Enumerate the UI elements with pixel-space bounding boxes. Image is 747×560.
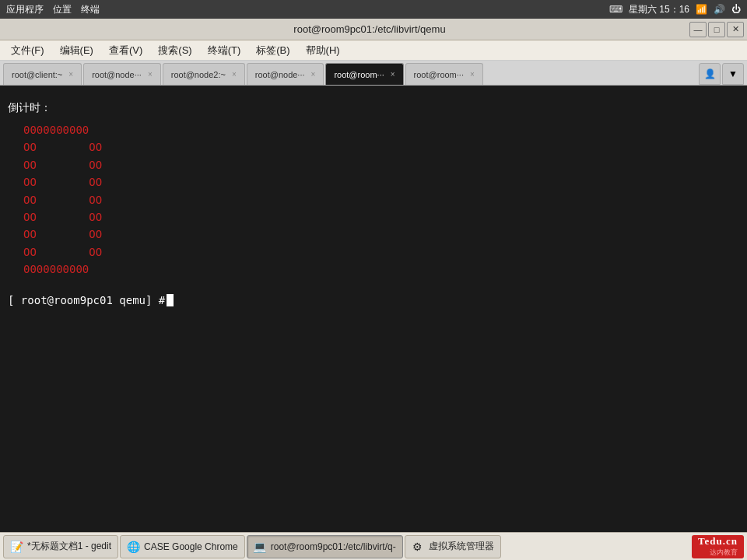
tab-bar: root@client:~×root@node···×root@node2:~×… (0, 61, 747, 86)
location-menu[interactable]: 位置 (53, 3, 72, 16)
menu-item-h[interactable]: 帮助(H) (298, 42, 348, 59)
tab-close-1[interactable]: × (148, 70, 153, 79)
taskbar-icon-1: 🌐 (127, 541, 139, 553)
cursor (167, 294, 174, 306)
taskbar-item-2[interactable]: 💻root@room9pc01:/etc/libvirt/q- (247, 535, 403, 558)
window-titlebar: root@room9pc01:/etc/libvirt/qemu — □ ✕ (0, 19, 747, 40)
countdown-row: OO OO (23, 156, 739, 173)
menu-item-b[interactable]: 标签(B) (248, 42, 297, 59)
countdown-row: OO OO (23, 226, 739, 243)
tab-5[interactable]: root@room···× (405, 63, 483, 85)
taskbar-icon-0: 📝 (10, 541, 23, 553)
menu-item-f[interactable]: 文件(F) (3, 42, 52, 59)
tab-1[interactable]: root@node···× (83, 63, 161, 85)
countdown-row: OO OO (23, 191, 739, 208)
countdown-row: 0000000000 (23, 121, 739, 138)
window-controls: — □ ✕ (689, 22, 744, 37)
network-icon: 📶 (696, 4, 707, 15)
taskbar-right: Tedu.cn 达内教育 (692, 535, 744, 558)
countdown-row: OO OO (23, 208, 739, 226)
countdown-row: OO OO (23, 243, 739, 261)
prompt-line: [ root@room9pc01 qemu] # (8, 294, 739, 306)
taskbar-label-0: *无标题文档1 - gedit (27, 540, 111, 553)
terminal-content[interactable]: 倒计时： 0000000000OO OOOO OOOO OOOO OOOO OO… (0, 86, 747, 560)
countdown-row: OO OO (23, 173, 739, 191)
tedu-logo: Tedu.cn 达内教育 (692, 535, 744, 558)
apps-menu[interactable]: 应用程序 (6, 3, 44, 16)
system-bar-left: 应用程序 位置 终端 (6, 3, 100, 16)
taskbar-label-1: CASE Google Chrome (144, 541, 238, 552)
system-bar-right: ⌨ 星期六 15：16 📶 🔊 ⏻ (609, 3, 741, 16)
countdown-row: OO OO (23, 138, 739, 156)
terminal-window: root@room9pc01:/etc/libvirt/qemu — □ ✕ 文… (0, 19, 747, 560)
system-bar: 应用程序 位置 终端 ⌨ 星期六 15：16 📶 🔊 ⏻ (0, 0, 747, 19)
menu-item-e[interactable]: 编辑(E) (52, 42, 101, 59)
menu-item-v[interactable]: 查看(V) (101, 42, 150, 59)
tab-0[interactable]: root@client:~× (3, 63, 82, 85)
taskbar-item-1[interactable]: 🌐CASE Google Chrome (120, 535, 245, 558)
new-tab-button[interactable]: 👤 (699, 63, 721, 85)
tab-close-3[interactable]: × (311, 70, 316, 79)
menu-item-t[interactable]: 终端(T) (200, 42, 249, 59)
datetime: 星期六 15：16 (629, 3, 689, 16)
taskbar-label-2: root@room9pc01:/etc/libvirt/q- (271, 541, 396, 552)
menu-bar: 文件(F)编辑(E)查看(V)搜索(S)终端(T)标签(B)帮助(H) (0, 40, 747, 61)
taskbar-label-3: 虚拟系统管理器 (429, 540, 494, 553)
countdown-display: 0000000000OO OOOO OOOO OOOO OOOO OOOO OO… (23, 121, 739, 278)
menu-item-s[interactable]: 搜索(S) (150, 42, 199, 59)
logo-sub-text: 达内教育 (710, 548, 738, 558)
window-title: root@room9pc01:/etc/libvirt/qemu (50, 23, 689, 35)
keyboard-icon: ⌨ (609, 4, 622, 15)
taskbar: 📝*无标题文档1 - gedit🌐CASE Google Chrome💻root… (0, 532, 747, 560)
taskbar-icon-2: 💻 (254, 541, 266, 553)
logo-main-text: Tedu.cn (698, 535, 738, 548)
tab-close-4[interactable]: × (391, 70, 395, 79)
minimize-button[interactable]: — (689, 22, 707, 37)
tab-actions: 👤 ▼ (699, 63, 744, 85)
tab-menu-button[interactable]: ▼ (722, 63, 744, 85)
tab-close-2[interactable]: × (232, 70, 237, 79)
tab-3[interactable]: root@node···× (247, 63, 324, 85)
taskbar-icon-3: ⚙ (412, 541, 424, 553)
tab-4[interactable]: root@room···× (325, 63, 403, 85)
power-icon: ⏻ (731, 4, 741, 15)
taskbar-item-0[interactable]: 📝*无标题文档1 - gedit (3, 535, 118, 558)
maximize-button[interactable]: □ (708, 22, 725, 37)
tab-close-0[interactable]: × (68, 70, 73, 79)
countdown-row: 0000000000 (23, 261, 739, 278)
taskbar-item-3[interactable]: ⚙虚拟系统管理器 (405, 535, 501, 558)
prompt-text: [ root@room9pc01 qemu] # (8, 294, 165, 306)
tab-2[interactable]: root@node2:~× (163, 63, 245, 85)
volume-icon: 🔊 (714, 4, 725, 15)
tab-close-5[interactable]: × (470, 70, 475, 79)
close-button[interactable]: ✕ (727, 22, 744, 37)
countdown-label: 倒计时： (8, 101, 739, 115)
terminal-menu[interactable]: 终端 (81, 3, 100, 16)
